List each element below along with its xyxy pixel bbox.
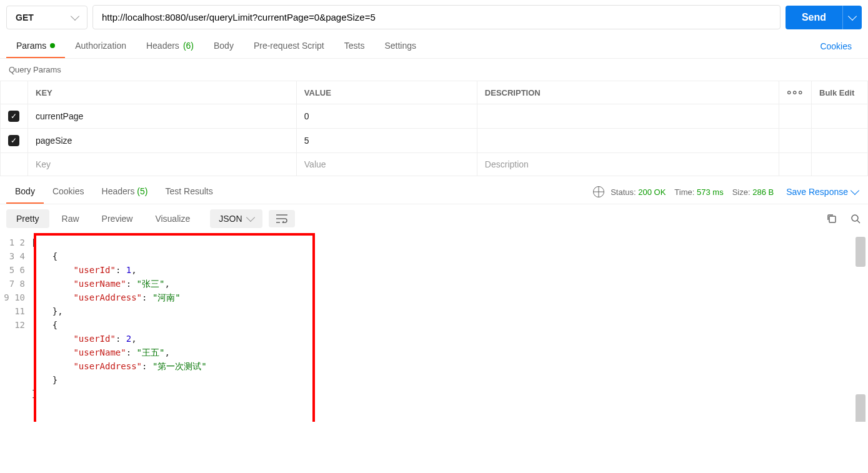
param-desc-cell[interactable] xyxy=(477,129,779,153)
param-desc-cell[interactable] xyxy=(477,104,779,129)
chevron-down-icon xyxy=(71,11,79,20)
tab-settings[interactable]: Settings xyxy=(374,34,426,58)
view-visualize[interactable]: Visualize xyxy=(145,209,200,228)
param-value-cell[interactable]: 0 xyxy=(296,104,477,129)
param-value-input[interactable]: Value xyxy=(296,153,477,176)
dot-indicator-icon xyxy=(50,43,55,48)
url-input[interactable] xyxy=(92,5,781,29)
search-icon[interactable] xyxy=(849,212,862,225)
table-row: ✓ currentPage 0 xyxy=(1,104,868,129)
bulk-edit-button[interactable]: Bulk Edit xyxy=(812,81,868,104)
resp-tab-cookies[interactable]: Cookies xyxy=(44,180,93,204)
code-content: [ { "userId": 1, "userName": "张三", "user… xyxy=(31,233,868,403)
param-key-input[interactable]: Key xyxy=(28,153,297,176)
resp-tab-headers[interactable]: Headers (5) xyxy=(93,180,157,204)
tab-params[interactable]: Params xyxy=(6,34,65,58)
tab-prerequest[interactable]: Pre-request Script xyxy=(244,34,334,58)
key-header: KEY xyxy=(28,81,297,104)
tab-body[interactable]: Body xyxy=(204,34,244,58)
cookies-link[interactable]: Cookies xyxy=(810,35,862,57)
view-raw[interactable]: Raw xyxy=(52,209,89,228)
query-params-title: Query Params xyxy=(0,59,868,81)
http-method-select[interactable]: GET xyxy=(6,6,87,29)
wrap-lines-button[interactable] xyxy=(269,210,295,227)
value-header: VALUE xyxy=(296,81,477,104)
tab-headers[interactable]: Headers (6) xyxy=(136,34,204,58)
param-value-cell[interactable]: 5 xyxy=(296,129,477,153)
param-desc-input[interactable]: Description xyxy=(477,153,779,176)
size-meta: Size: 286 B xyxy=(732,187,774,197)
table-row: ✓ pageSize 5 xyxy=(1,129,868,153)
checkbox-checked-icon[interactable]: ✓ xyxy=(8,111,19,122)
more-options-button[interactable]: ००० xyxy=(779,81,812,104)
param-key-cell[interactable]: currentPage xyxy=(28,104,297,129)
table-row-new: Key Value Description xyxy=(1,153,868,176)
tab-tests[interactable]: Tests xyxy=(334,34,375,58)
request-top-bar: GET Send xyxy=(0,0,868,34)
method-label: GET xyxy=(16,12,34,22)
chevron-down-icon xyxy=(848,11,857,20)
param-key-cell[interactable]: pageSize xyxy=(28,129,297,153)
send-dropdown-button[interactable] xyxy=(842,6,862,29)
request-tabs: Params Authorization Headers (6) Body Pr… xyxy=(0,34,868,59)
send-button-group: Send xyxy=(786,6,862,29)
response-view-bar: Pretty Raw Preview Visualize JSON xyxy=(0,204,868,233)
resp-tab-body[interactable]: Body xyxy=(6,180,44,204)
copy-icon[interactable] xyxy=(826,212,838,225)
save-response-button[interactable]: Save Response xyxy=(782,181,862,203)
checkbox-header xyxy=(1,81,28,104)
query-params-table: KEY VALUE DESCRIPTION ००० Bulk Edit ✓ cu… xyxy=(0,81,868,176)
view-preview[interactable]: Preview xyxy=(92,209,143,228)
resp-tab-test-results[interactable]: Test Results xyxy=(156,180,221,204)
line-numbers: 1 2 3 4 5 6 7 8 9 10 11 12 xyxy=(0,233,31,403)
response-body-viewer[interactable]: 1 2 3 4 5 6 7 8 9 10 11 12 [ { "userId":… xyxy=(0,233,868,422)
format-dropdown[interactable]: JSON xyxy=(210,209,262,228)
view-pretty[interactable]: Pretty xyxy=(6,209,49,228)
time-meta: Time: 573 ms xyxy=(674,187,723,197)
chevron-down-icon xyxy=(246,213,254,222)
scrollbar-thumb[interactable] xyxy=(856,237,866,267)
scrollbar-thumb[interactable] xyxy=(856,394,866,422)
svg-point-1 xyxy=(852,215,858,221)
globe-icon[interactable] xyxy=(593,186,604,197)
chevron-down-icon xyxy=(851,186,859,195)
status-meta: Status: 200 OK xyxy=(611,187,666,197)
tab-authorization[interactable]: Authorization xyxy=(65,34,136,58)
response-tabs: Body Cookies Headers (5) Test Results St… xyxy=(0,180,868,204)
description-header: DESCRIPTION xyxy=(477,81,779,104)
svg-rect-0 xyxy=(829,216,836,222)
send-button[interactable]: Send xyxy=(786,6,842,29)
checkbox-checked-icon[interactable]: ✓ xyxy=(8,135,19,146)
